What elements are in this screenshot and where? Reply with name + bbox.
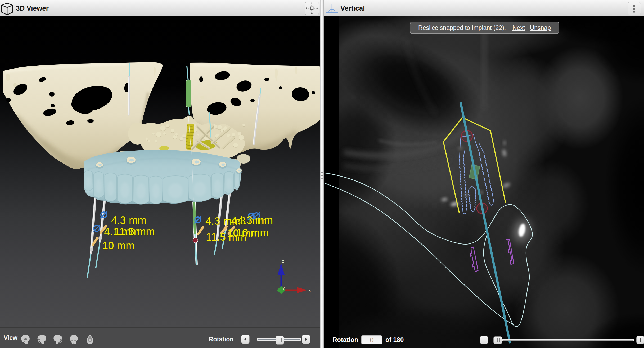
svg-text:11.5 mm: 11.5 mm	[114, 226, 155, 237]
svg-text:x: x	[309, 288, 311, 292]
svg-text:4.3 mm: 4.3 mm	[238, 214, 273, 226]
svg-text:y: y	[283, 286, 285, 290]
svg-text:10 mm: 10 mm	[102, 240, 134, 251]
svg-text:z: z	[282, 259, 284, 263]
svg-text:4.3 mm: 4.3 mm	[111, 214, 146, 226]
svg-text:10 mm: 10 mm	[236, 227, 269, 238]
